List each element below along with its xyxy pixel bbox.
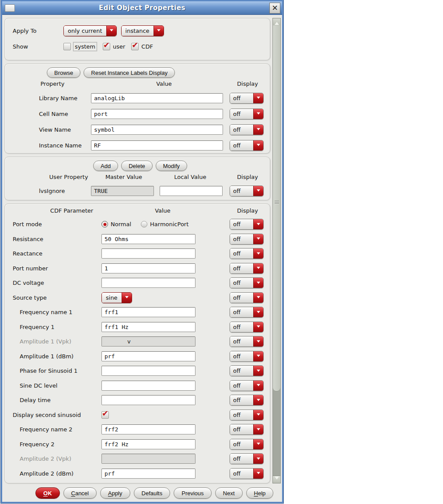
cdf-label: Frequency name 2 <box>7 426 101 433</box>
display-dropdown[interactable]: off <box>230 439 264 450</box>
cdf-value-input[interactable] <box>101 234 195 244</box>
library-name-input[interactable] <box>91 93 223 103</box>
close-button[interactable]: ✕ <box>269 3 280 14</box>
display-dropdown[interactable]: off <box>230 292 264 303</box>
display-dropdown[interactable]: off <box>230 336 264 347</box>
display-dropdown[interactable]: off <box>230 307 264 318</box>
cdf-row: DC voltageoff <box>7 276 267 290</box>
property-label: Cell Name <box>7 111 91 117</box>
vertical-scrollbar[interactable] <box>272 18 281 483</box>
display-dropdown[interactable]: off <box>230 186 264 196</box>
instance-name-input[interactable] <box>91 140 223 150</box>
display-dropdown[interactable]: off <box>230 263 264 274</box>
user-delete-button[interactable]: Delete <box>121 161 153 171</box>
cdf-value-input[interactable] <box>101 307 195 317</box>
chevron-down-icon <box>253 109 263 119</box>
prop-reset-instance-labels-display-button[interactable]: Reset Instance Labels Display <box>84 67 175 78</box>
display-value: off <box>230 469 253 479</box>
cdf-row: Sine DC leveloff <box>7 378 267 393</box>
chevron-down-icon <box>253 125 263 135</box>
display-dropdown[interactable]: off <box>230 351 264 362</box>
display-dropdown[interactable]: off <box>230 124 264 135</box>
show-checkbox-user[interactable]: user <box>103 43 125 50</box>
cdf-value-input[interactable] <box>101 351 195 361</box>
cdf-value-input[interactable] <box>101 439 195 449</box>
display-dropdown[interactable]: off <box>230 322 264 332</box>
cdf-row: Amplitude 1 (Vpk)off <box>7 334 267 349</box>
cdf-row: Reactanceoff <box>7 246 267 261</box>
radio-icon[interactable] <box>141 221 147 228</box>
checkbox-icon[interactable] <box>101 411 109 419</box>
scroll-down-button[interactable] <box>273 476 280 483</box>
cdf-value-input[interactable] <box>101 366 195 376</box>
display-dropdown[interactable]: off <box>230 234 264 245</box>
display-dropdown[interactable]: off <box>230 219 264 230</box>
display-dropdown[interactable]: off <box>230 424 264 435</box>
display-dropdown[interactable]: off <box>230 453 264 464</box>
display-dropdown[interactable]: off <box>230 468 264 479</box>
display-dropdown[interactable]: off <box>230 93 264 104</box>
chevron-down-icon <box>253 439 263 449</box>
radio-icon[interactable] <box>101 221 108 228</box>
checkbox-icon[interactable] <box>131 43 139 50</box>
chevron-down-icon <box>253 336 263 346</box>
user-property-section: AddDeleteModify User PropertyMaster Valu… <box>4 157 270 200</box>
cdf-value-input[interactable] <box>101 424 195 434</box>
cancel-button[interactable]: Cancel <box>63 487 97 499</box>
checkbox-icon[interactable] <box>63 43 71 50</box>
user-property-buttons: AddDeleteModify <box>7 160 267 172</box>
cdf-value-input[interactable] <box>101 381 195 391</box>
next-button[interactable]: Next <box>215 487 243 499</box>
user-add-button[interactable]: Add <box>93 161 118 171</box>
scroll-up-button[interactable] <box>273 18 280 26</box>
dropdown-value: sine <box>102 293 122 303</box>
display-dropdown[interactable]: off <box>230 410 264 420</box>
column-header: Value <box>133 80 195 87</box>
cdf-value-input[interactable] <box>101 248 195 259</box>
cdf-value-input[interactable] <box>101 395 195 405</box>
previous-button[interactable]: Previous <box>174 487 212 499</box>
display-value: off <box>230 395 253 405</box>
prop-browse-button[interactable]: Browse <box>47 67 80 78</box>
chevron-down-icon <box>253 278 263 288</box>
arrow-up-icon <box>275 20 279 25</box>
local-value-input[interactable] <box>160 186 223 196</box>
display-dropdown[interactable]: off <box>230 140 264 151</box>
cdf-section: CDF ParameterValueDisplay Port modeNorma… <box>4 203 270 483</box>
cell-name-input[interactable] <box>91 109 223 119</box>
display-value: off <box>230 366 253 376</box>
cdf-row: Amplitude 1 (dBm)off <box>7 349 267 364</box>
display-dropdown[interactable]: off <box>230 365 264 376</box>
cdf-value-input[interactable] <box>101 278 195 288</box>
property-row: Cell Nameoff <box>7 106 267 122</box>
defaults-button[interactable]: Defaults <box>134 487 171 499</box>
cdf-value-input[interactable] <box>101 469 195 479</box>
apply-button[interactable]: Apply <box>100 487 130 499</box>
checkbox-icon[interactable] <box>103 43 110 50</box>
port-mode-radios: NormalHarmonicPort <box>101 221 195 228</box>
apply-to-row: Apply To only currentinstance <box>7 23 267 38</box>
show-checkbox-CDF[interactable]: CDF <box>131 43 153 50</box>
user-modify-button[interactable]: Modify <box>156 161 187 171</box>
radio-label: HarmonicPort <box>150 221 188 228</box>
cdf-value-input[interactable] <box>101 263 195 273</box>
cdf-rows: Port modeNormalHarmonicPortoffResistance… <box>7 217 267 481</box>
cdf-value-input[interactable] <box>101 322 195 332</box>
scrollbar-thumb[interactable] <box>273 25 280 392</box>
cdf-label: Frequency 1 <box>7 324 101 330</box>
dialog-titlebar[interactable]: Edit Object Properties ✕ <box>2 1 282 15</box>
show-checkbox-system[interactable]: system <box>63 42 97 51</box>
display-dropdown[interactable]: off <box>230 395 264 406</box>
apply-to-dropdown[interactable]: only current <box>63 25 117 36</box>
source-type-dropdown[interactable]: sine <box>101 292 132 303</box>
help-button[interactable]: Help <box>246 487 274 499</box>
display-dropdown[interactable]: off <box>230 248 264 259</box>
close-icon: ✕ <box>272 4 278 12</box>
cdf-label: Frequency name 1 <box>7 309 101 315</box>
display-dropdown[interactable]: off <box>230 380 264 391</box>
display-dropdown[interactable]: off <box>230 108 264 119</box>
display-dropdown[interactable]: off <box>230 277 264 288</box>
apply-to-dropdown[interactable]: instance <box>121 25 164 36</box>
view-name-input[interactable] <box>91 125 223 135</box>
ok-button[interactable]: OK <box>35 487 60 499</box>
